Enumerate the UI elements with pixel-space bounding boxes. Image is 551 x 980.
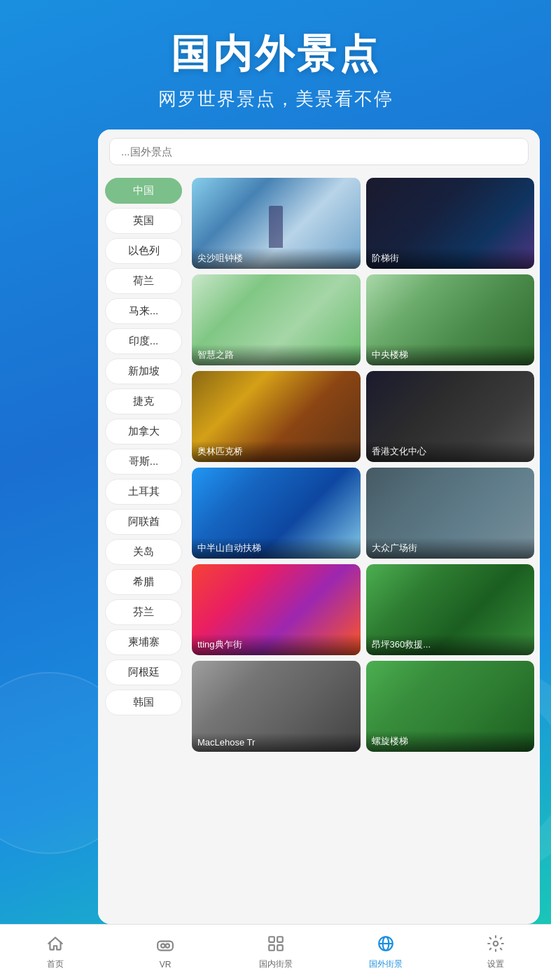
scene-card[interactable]: 智慧之路 (192, 274, 361, 365)
svg-rect-6 (277, 945, 283, 951)
country-item[interactable]: 希腊 (105, 569, 182, 595)
scene-card[interactable]: 阶梯街 (366, 178, 535, 269)
scene-label: 螺旋楼梯 (366, 731, 535, 752)
scene-card[interactable]: 中半山自动扶梯 (192, 468, 361, 559)
scene-label: 奥林匹克桥 (192, 441, 361, 462)
scene-card[interactable]: tting典乍街 (192, 564, 361, 655)
scene-card[interactable]: 大众广场街 (366, 468, 535, 559)
svg-rect-3 (269, 937, 274, 942)
svg-rect-5 (269, 945, 274, 951)
country-item[interactable]: 荷兰 (105, 268, 182, 294)
country-list: 中国英国以色列荷兰马来...印度...新加坡捷克加拿大哥斯...土耳其阿联酋关岛… (98, 172, 189, 924)
nav-label: 国内街景 (259, 958, 293, 970)
scene-card[interactable]: 中央楼梯 (366, 274, 535, 365)
page-subtitle: 网罗世界景点，美景看不停 (14, 87, 537, 111)
country-item[interactable]: 以色列 (105, 238, 182, 264)
scene-label: 智慧之路 (192, 344, 361, 365)
country-item[interactable]: 印度... (105, 328, 182, 354)
scene-label: 昂坪360救援... (366, 634, 535, 655)
nav-label: VR (160, 960, 172, 969)
scene-card[interactable]: 奥林匹克桥 (192, 371, 361, 462)
country-item[interactable]: 柬埔寨 (105, 629, 182, 655)
nav-icon-国外街景 (377, 934, 395, 955)
svg-point-1 (161, 944, 165, 947)
scene-grid: 尖沙咀钟楼阶梯街智慧之路中央楼梯奥林匹克桥香港文化中心中半山自动扶梯大众广场街t… (189, 172, 540, 924)
scene-label: 大众广场街 (366, 538, 535, 559)
country-item[interactable]: 土耳其 (105, 479, 182, 505)
country-item[interactable]: 芬兰 (105, 599, 182, 625)
nav-item-国内街景[interactable]: 国内街景 (221, 934, 330, 970)
nav-item-设置[interactable]: 设置 (441, 934, 551, 970)
country-item[interactable]: 捷克 (105, 388, 182, 414)
scene-card[interactable]: 昂坪360救援... (366, 564, 535, 655)
header: 国内外景点 网罗世界景点，美景看不停 (0, 0, 551, 125)
scene-card[interactable]: MacLehose Tr (192, 661, 361, 752)
country-item[interactable]: 阿联酋 (105, 509, 182, 535)
nav-item-首页[interactable]: 首页 (0, 934, 110, 970)
country-item[interactable]: 韩国 (105, 690, 182, 715)
svg-rect-4 (277, 937, 283, 942)
scene-card[interactable]: 香港文化中心 (366, 371, 535, 462)
scene-card[interactable]: 螺旋楼梯 (366, 661, 535, 752)
country-item[interactable]: 加拿大 (105, 419, 182, 444)
content-area: 中国英国以色列荷兰马来...印度...新加坡捷克加拿大哥斯...土耳其阿联酋关岛… (98, 172, 540, 924)
scene-label: 阶梯街 (366, 248, 535, 269)
nav-label: 首页 (47, 958, 64, 970)
nav-label: 国外街景 (369, 958, 403, 970)
main-card: 中国英国以色列荷兰马来...印度...新加坡捷克加拿大哥斯...土耳其阿联酋关岛… (98, 130, 540, 924)
country-item[interactable]: 新加坡 (105, 358, 182, 384)
country-item[interactable]: 马来... (105, 298, 182, 324)
scene-label: 尖沙咀钟楼 (192, 248, 361, 269)
country-item[interactable]: 中国 (105, 178, 182, 204)
country-item[interactable]: 哥斯... (105, 449, 182, 475)
nav-item-国外街景[interactable]: 国外街景 (330, 934, 440, 970)
svg-point-9 (494, 941, 498, 946)
bottom-nav: 首页VR国内街景国外街景设置 (0, 924, 551, 980)
nav-icon-首页 (46, 934, 64, 955)
search-bar (98, 130, 540, 172)
scene-label: tting典乍街 (192, 634, 361, 655)
scene-label: 中半山自动扶梯 (192, 538, 361, 559)
country-item[interactable]: 阿根廷 (105, 659, 182, 685)
nav-item-VR[interactable]: VR (110, 936, 220, 969)
country-item[interactable]: 英国 (105, 208, 182, 234)
scene-card[interactable]: 尖沙咀钟楼 (192, 178, 361, 269)
scene-label: MacLehose Tr (192, 733, 361, 752)
nav-icon-VR (156, 936, 174, 957)
search-input[interactable] (109, 138, 529, 165)
nav-label: 设置 (487, 958, 504, 970)
svg-point-2 (166, 944, 169, 947)
nav-icon-设置 (487, 934, 505, 955)
country-item[interactable]: 关岛 (105, 539, 182, 565)
scene-label: 中央楼梯 (366, 344, 535, 365)
nav-icon-国内街景 (267, 934, 285, 955)
scene-label: 香港文化中心 (366, 441, 535, 462)
page-title: 国内外景点 (14, 28, 537, 81)
